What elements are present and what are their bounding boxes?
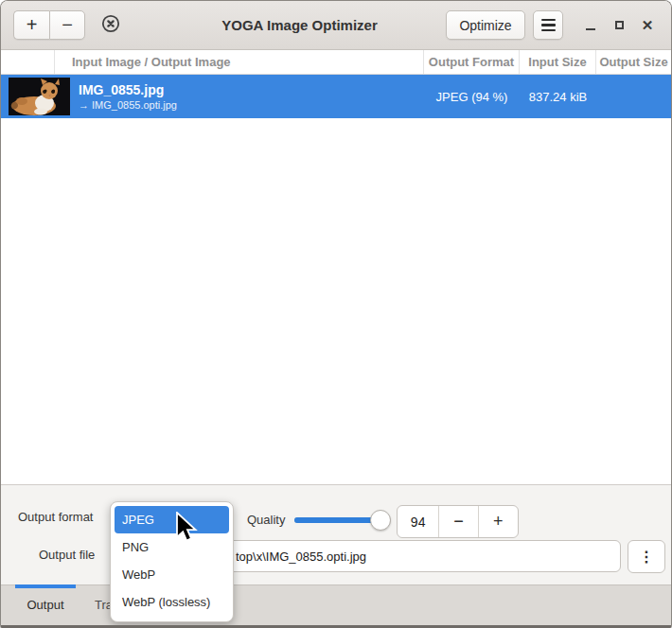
maximize-icon [615,21,624,29]
column-header-thumbnail[interactable] [1,50,55,74]
window-controls: ✕ [576,11,662,40]
close-button[interactable]: ✕ [633,11,662,40]
column-header-input-output-image[interactable]: Input Image / Output Image [55,50,424,74]
input-image-name: IMG_0855.jpg [79,82,424,98]
hamburger-menu-icon [541,19,556,31]
active-tab-indicator [15,584,76,588]
column-header-output-size[interactable]: Output Size [596,50,671,74]
window-title: YOGA Image Optimizer [133,17,438,33]
mouse-cursor [175,512,200,550]
image-list-empty-area[interactable] [1,118,671,484]
output-format-label: Output format [18,511,93,524]
circle-x-stop-icon [100,13,121,38]
output-image-name: → IMG_0855.opti.jpg [79,98,424,112]
dropdown-item-jpeg[interactable]: JPEG [115,506,229,533]
add-remove-button-group: + − [13,10,85,40]
quality-spinbutton: 94 − + [397,505,519,538]
output-file-options-button[interactable]: ⋮ [628,540,665,573]
quality-value[interactable]: 94 [398,506,439,537]
column-header-input-size[interactable]: Input Size [520,50,596,74]
dropdown-item-webp[interactable]: WebP [111,561,233,588]
bottom-tabbar: Output Tra [1,584,671,625]
dropdown-item-webp-lossless[interactable]: WebP (lossless) [111,588,233,616]
close-icon: ✕ [642,17,654,34]
quality-increase-button[interactable]: + [479,506,518,537]
image-thumbnail [9,78,70,115]
add-image-button[interactable]: + [13,10,49,40]
minimize-icon [586,28,595,31]
minimize-button[interactable] [576,11,605,40]
dropdown-item-png[interactable]: PNG [111,533,233,561]
output-file-label: Output file [39,549,95,562]
row-output-format: JPEG (94 %) [424,90,520,104]
table-row[interactable]: IMG_0855.jpg → IMG_0855.opti.jpg JPEG (9… [1,75,671,118]
app-window: + − YOGA Image Optimizer Optimize [0,0,672,628]
quality-decrease-button[interactable]: − [439,506,478,537]
quality-slider-fill [294,517,378,523]
menu-button[interactable] [533,10,563,40]
output-format-dropdown: JPEG PNG WebP WebP (lossless) [110,501,234,622]
options-panel: Output format Quality 94 − + Output file… [1,484,671,584]
vertical-dots-icon: ⋮ [639,548,654,566]
table-header: Input Image / Output Image Output Format… [1,50,671,75]
remove-image-button[interactable]: − [49,10,85,40]
maximize-button[interactable] [605,11,633,40]
quality-slider-thumb[interactable] [370,510,391,531]
tab-output[interactable]: Output [15,598,76,612]
image-name-block: IMG_0855.jpg → IMG_0855.opti.jpg [70,82,424,112]
headerbar: + − YOGA Image Optimizer Optimize [1,1,671,50]
stop-optimization-button[interactable] [97,11,125,40]
row-input-size: 837.24 kiB [520,90,596,104]
optimize-button[interactable]: Optimize [446,10,525,40]
quality-label: Quality [247,514,285,527]
column-header-output-format[interactable]: Output Format [424,50,520,74]
